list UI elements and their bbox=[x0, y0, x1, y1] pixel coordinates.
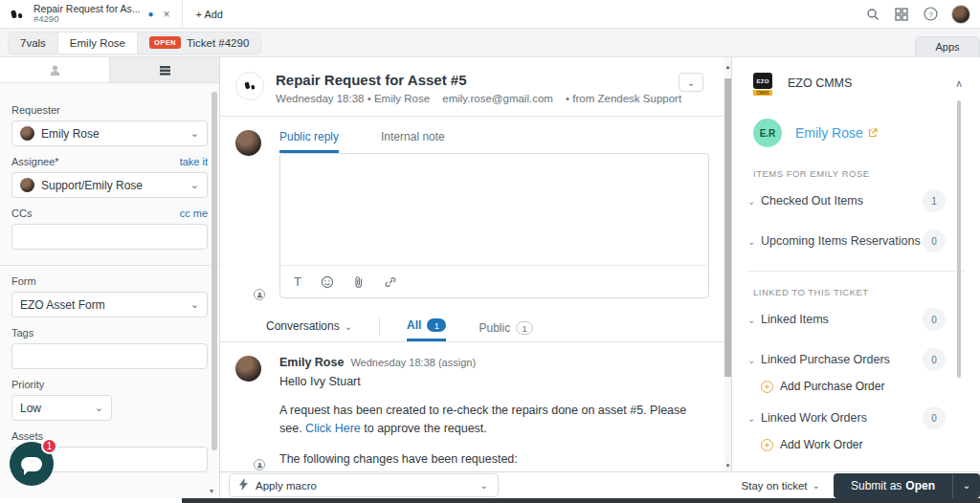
breadcrumb: 7vals Emily Rose OPEN Ticket #4290 bbox=[8, 32, 261, 55]
tab-public-reply[interactable]: Public reply bbox=[279, 130, 339, 153]
row-label: Upcoming Items Reservations bbox=[761, 234, 921, 248]
form-select[interactable]: EZO Asset Form ⌄ bbox=[11, 292, 208, 317]
add-purchase-order-button[interactable]: + Add Purchase Order bbox=[732, 380, 980, 403]
stay-on-ticket-label: Stay on ticket bbox=[742, 480, 808, 492]
priority-label: Priority bbox=[11, 379, 44, 390]
header-collapse-button[interactable]: ⌄ bbox=[679, 73, 703, 92]
priority-select[interactable]: Low ⌄ bbox=[11, 395, 112, 421]
message-timestamp: Wednesday 18:38 (assign) bbox=[350, 357, 476, 368]
text-format-icon[interactable]: T bbox=[294, 274, 301, 289]
chat-widget-button[interactable]: 1 bbox=[10, 442, 54, 486]
sidebar-scrollbar-thumb[interactable] bbox=[212, 92, 217, 450]
breadcrumb-bar: 7vals Emily Rose OPEN Ticket #4290 Apps bbox=[0, 29, 980, 57]
close-tab-icon[interactable]: × bbox=[160, 8, 174, 21]
filter-tab-public[interactable]: Public 1 bbox=[479, 321, 533, 341]
add-purchase-order-label: Add Purchase Order bbox=[780, 380, 884, 393]
plus-circle-icon: + bbox=[761, 439, 773, 451]
linked-user-card: E.R Emily Rose bbox=[732, 105, 980, 153]
assignee-value: Support/Emily Rose bbox=[41, 179, 143, 192]
chevron-down-icon: ⌄ bbox=[95, 402, 103, 414]
ticket-channel-icon bbox=[235, 72, 264, 100]
ezo-icon-top: EZO bbox=[753, 73, 772, 89]
filter-all-label: All bbox=[407, 318, 421, 332]
external-link-icon[interactable] bbox=[868, 124, 878, 142]
ccs-label: CCs bbox=[11, 208, 32, 219]
topbar-icons: ? bbox=[865, 5, 980, 24]
sidebar-tab-user[interactable] bbox=[0, 57, 110, 82]
submit-status: Open bbox=[905, 479, 935, 492]
ezo-cmms-app-icon: EZO CMMS bbox=[753, 73, 774, 94]
ticket-tab[interactable]: Repair Request for As... #4290 ● × bbox=[33, 0, 183, 29]
submit-options-button[interactable]: ⌄ bbox=[952, 473, 980, 498]
add-work-order-button[interactable]: + Add Work Order bbox=[732, 438, 980, 461]
user-profile-link[interactable]: Emily Rose bbox=[795, 125, 863, 141]
message-greeting: Hello Ivy Stuart bbox=[279, 375, 709, 388]
breadcrumb-ticket-label: Ticket #4290 bbox=[187, 37, 249, 49]
search-icon[interactable] bbox=[865, 7, 880, 22]
scroll-down-icon[interactable]: ▾ bbox=[210, 487, 213, 495]
requester-select[interactable]: Emily Rose ⌄ bbox=[11, 120, 208, 146]
take-it-link[interactable]: take it bbox=[180, 156, 208, 167]
message-paragraph: A request has been created to re-check t… bbox=[279, 402, 709, 439]
row-upcoming-reservations[interactable]: ⌄ Upcoming Items Reservations 0 bbox=[732, 221, 980, 261]
row-label: Linked Items bbox=[761, 313, 829, 326]
apps-button[interactable]: Apps bbox=[915, 36, 980, 57]
sidebar-scrollbar[interactable]: ▾ bbox=[212, 92, 217, 482]
submit-as-open-button[interactable]: Submit asOpen bbox=[834, 473, 952, 498]
panel-collapse-icon[interactable]: ∧ bbox=[955, 77, 963, 90]
row-checked-out-items[interactable]: ⌄ Checked Out Items 1 bbox=[732, 181, 980, 221]
form-value: EZO Asset Form bbox=[20, 298, 105, 312]
requester-label: Requester bbox=[11, 104, 60, 116]
click-here-link[interactable]: Click Here bbox=[305, 422, 361, 435]
svg-text:?: ? bbox=[928, 11, 933, 19]
message-avatar-wrap bbox=[235, 356, 262, 469]
zendesk-logo-icon bbox=[9, 6, 26, 23]
scroll-down-icon[interactable]: ▾ bbox=[724, 462, 731, 470]
help-icon[interactable]: ? bbox=[923, 7, 938, 22]
cc-me-link[interactable]: cc me bbox=[180, 208, 208, 219]
conversation-message: Emily Rose Wednesday 18:38 (assign) Hell… bbox=[220, 342, 724, 469]
assignee-avatar bbox=[20, 178, 34, 192]
submit-prefix: Submit as bbox=[851, 479, 902, 492]
count-badge: 0 bbox=[923, 230, 946, 252]
assignee-select[interactable]: Support/Emily Rose ⌄ bbox=[11, 172, 208, 198]
message-text-2: to approve the request. bbox=[361, 422, 487, 435]
assets-label: Assets bbox=[11, 430, 43, 442]
panel-scrollbar-thumb[interactable] bbox=[957, 100, 961, 378]
apply-macro-select[interactable]: Apply macro ⌄ bbox=[229, 473, 499, 497]
conversation-filter-row: Conversations ⌄ All 1 Public 1 bbox=[220, 312, 724, 342]
sidebar-tabs bbox=[0, 57, 219, 83]
chat-bubble-icon bbox=[21, 457, 42, 471]
main-scrollbar-thumb[interactable] bbox=[724, 78, 731, 377]
chat-unread-badge: 1 bbox=[41, 438, 57, 454]
attachment-icon[interactable] bbox=[353, 275, 365, 289]
sidebar-tab-ticket-fields[interactable] bbox=[110, 57, 219, 82]
ccs-input[interactable] bbox=[11, 224, 208, 250]
breadcrumb-ticket[interactable]: OPEN Ticket #4290 bbox=[138, 33, 260, 54]
scroll-up-icon[interactable]: ▴ bbox=[724, 63, 731, 71]
row-linked-items[interactable]: ⌄ Linked Items 0 bbox=[732, 299, 980, 339]
stay-on-ticket-dropdown[interactable]: Stay on ticket ⌄ bbox=[742, 480, 820, 492]
breadcrumb-person[interactable]: Emily Rose bbox=[57, 33, 138, 54]
assignee-label: Assignee* bbox=[11, 156, 59, 167]
filter-tab-all[interactable]: All 1 bbox=[407, 318, 446, 341]
requester-value: Emily Rose bbox=[41, 127, 100, 141]
add-tab-button[interactable]: + Add bbox=[196, 9, 223, 20]
tab-internal-note[interactable]: Internal note bbox=[381, 130, 445, 153]
ezo-cmms-panel: EZO CMMS EZO CMMS ∧ E.R Emily Rose ITEMS… bbox=[731, 57, 980, 471]
user-avatar[interactable] bbox=[951, 5, 970, 24]
link-icon[interactable] bbox=[384, 275, 397, 289]
filter-all-count: 1 bbox=[427, 318, 446, 332]
products-grid-icon[interactable] bbox=[894, 7, 909, 22]
row-linked-work-orders[interactable]: ⌄ Linked Work Orders 0 bbox=[732, 403, 980, 438]
row-linked-purchase-orders[interactable]: ⌄ Linked Purchase Orders 0 bbox=[732, 339, 980, 380]
sidebar-divider bbox=[0, 265, 219, 266]
reply-textarea[interactable] bbox=[280, 154, 708, 265]
conversations-dropdown[interactable]: Conversations ⌄ bbox=[266, 319, 352, 341]
emoji-icon[interactable] bbox=[321, 275, 334, 289]
tags-input[interactable] bbox=[11, 343, 208, 369]
main-scrollbar[interactable]: ▴ ▾ bbox=[724, 57, 731, 471]
breadcrumb-brand[interactable]: 7vals bbox=[9, 33, 57, 54]
plus-circle-icon: + bbox=[761, 381, 773, 393]
filter-public-label: Public bbox=[479, 321, 510, 335]
